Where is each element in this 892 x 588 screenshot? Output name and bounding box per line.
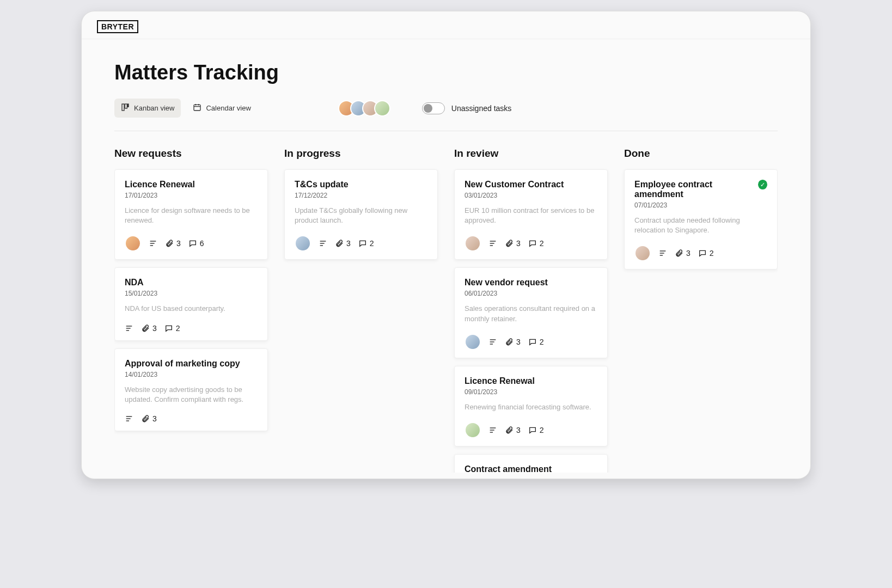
calendar-icon	[193, 103, 201, 113]
comments-count: 2	[164, 324, 180, 333]
attachments-count: 3	[141, 324, 157, 333]
card-meta: 3	[125, 414, 258, 423]
done-check-icon: ✓	[758, 180, 767, 189]
card-assignee-avatar[interactable]	[634, 245, 651, 261]
card-meta: 32	[634, 245, 767, 261]
card-date: 06/01/2023	[465, 290, 548, 297]
view-toggle: Kanban view Calendar view	[114, 99, 258, 118]
calendar-view-label: Calendar view	[206, 104, 251, 112]
list-icon	[488, 338, 497, 346]
card-title: Licence Renewal	[125, 180, 195, 189]
card-header: Contract amendment11/01/2023	[465, 464, 597, 473]
card-assignee-avatar[interactable]	[125, 235, 141, 252]
calendar-view-button[interactable]: Calendar view	[186, 99, 257, 118]
attachments-count: 3	[141, 414, 157, 423]
card-date: 17/01/2023	[125, 192, 195, 199]
kanban-card[interactable]: T&Cs update17/12/2022Update T&Cs globall…	[284, 169, 438, 260]
card-title: Licence Renewal	[465, 376, 535, 386]
list-icon	[149, 239, 157, 248]
kanban-card[interactable]: Contract amendment11/01/2023	[454, 454, 608, 473]
card-date: 07/01/2023	[634, 201, 758, 209]
kanban-column: In reviewNew Customer Contract03/01/2023…	[454, 148, 608, 473]
comments-count: 2	[528, 338, 544, 346]
list-icon	[125, 324, 133, 333]
attachments-count: 3	[505, 426, 521, 434]
card-header: Approval of marketing copy14/01/2023	[125, 359, 258, 385]
kanban-card[interactable]: Licence Renewal09/01/2023Renewing financ…	[454, 366, 608, 446]
svg-rect-0	[122, 104, 124, 111]
list-icon	[319, 239, 327, 248]
card-date: 15/01/2023	[125, 290, 157, 297]
card-assignee-avatar[interactable]	[465, 422, 481, 438]
card-title: Employee contract amendment	[634, 180, 758, 199]
attachments-count: 3	[335, 239, 351, 248]
card-assignee-avatar[interactable]	[465, 334, 481, 350]
kanban-column: In progressT&Cs update17/12/2022Update T…	[284, 148, 438, 473]
brand-logo: BRYTER	[97, 20, 138, 33]
column-title: New requests	[114, 148, 268, 160]
card-description: Update T&Cs globally following new produ…	[295, 206, 427, 225]
card-date: 09/01/2023	[465, 388, 535, 396]
app-window: BRYTER Matters Tracking Kanban view Cale…	[81, 11, 811, 479]
attachments-count: 3	[675, 249, 691, 258]
card-description: Sales operations consultant required on …	[465, 304, 597, 323]
card-meta: 32	[465, 422, 597, 438]
kanban-card[interactable]: Licence Renewal17/01/2023Licence for des…	[114, 169, 268, 260]
card-description: Licence for design software needs to be …	[125, 206, 258, 225]
kanban-card[interactable]: New vendor request06/01/2023Sales operat…	[454, 267, 608, 358]
list-icon	[488, 239, 497, 248]
card-date: 03/01/2023	[465, 192, 564, 199]
card-date: 17/12/2022	[295, 192, 349, 199]
kanban-view-button[interactable]: Kanban view	[114, 99, 181, 118]
card-description: NDA for US based counterparty.	[125, 304, 258, 314]
comments-count: 2	[358, 239, 374, 248]
list-icon	[488, 426, 497, 434]
card-description: Renewing financial forecasting software.	[465, 402, 597, 412]
card-title: New Customer Contract	[465, 180, 564, 189]
card-header: Employee contract amendment07/01/2023✓	[634, 180, 767, 216]
card-header: Licence Renewal17/01/2023	[125, 180, 258, 206]
controls-bar: Kanban view Calendar view Unassigned tas…	[114, 99, 778, 131]
kanban-card[interactable]: NDA15/01/2023NDA for US based counterpar…	[114, 267, 268, 340]
kanban-column: New requestsLicence Renewal17/01/2023Lic…	[114, 148, 268, 473]
svg-rect-3	[194, 105, 200, 111]
card-title: New vendor request	[465, 278, 548, 287]
card-assignee-avatar[interactable]	[295, 235, 311, 252]
card-header: Licence Renewal09/01/2023	[465, 376, 597, 402]
column-title: In progress	[284, 148, 438, 160]
svg-rect-1	[125, 104, 127, 108]
kanban-card[interactable]: Approval of marketing copy14/01/2023Webs…	[114, 348, 268, 431]
main-content: Matters Tracking Kanban view Calendar vi…	[82, 39, 810, 479]
card-meta: 32	[295, 235, 427, 252]
unassigned-toggle-group: Unassigned tasks	[422, 102, 512, 114]
topbar: BRYTER	[82, 11, 810, 39]
card-assignee-avatar[interactable]	[465, 235, 481, 252]
card-meta: 32	[465, 235, 597, 252]
kanban-card[interactable]: Employee contract amendment07/01/2023✓Co…	[624, 169, 778, 270]
card-header: T&Cs update17/12/2022	[295, 180, 427, 206]
card-title: NDA	[125, 278, 157, 287]
kanban-card[interactable]: New Customer Contract03/01/2023EUR 10 mi…	[454, 169, 608, 260]
column-title: Done	[624, 148, 778, 160]
comments-count: 6	[188, 239, 204, 248]
card-meta: 32	[125, 324, 258, 333]
card-header: New vendor request06/01/2023	[465, 278, 597, 304]
column-title: In review	[454, 148, 608, 160]
card-description: Website copy advertising goods to be upd…	[125, 385, 258, 405]
unassigned-toggle-label: Unassigned tasks	[451, 104, 512, 113]
card-meta: 36	[125, 235, 258, 252]
card-title: Contract amendment	[465, 464, 552, 473]
assignee-avatar[interactable]	[374, 100, 390, 117]
card-header: NDA15/01/2023	[125, 278, 258, 304]
svg-rect-2	[128, 104, 129, 107]
card-description: Contract update needed following relocat…	[634, 216, 767, 235]
comments-count: 2	[528, 426, 544, 434]
kanban-column: DoneEmployee contract amendment07/01/202…	[624, 148, 778, 473]
kanban-icon	[121, 103, 130, 113]
list-icon	[125, 414, 133, 423]
card-description: EUR 10 million contract for services to …	[465, 206, 597, 225]
unassigned-toggle[interactable]	[422, 102, 445, 114]
assignee-avatars[interactable]	[338, 100, 390, 117]
card-title: T&Cs update	[295, 180, 349, 189]
comments-count: 2	[698, 249, 714, 258]
